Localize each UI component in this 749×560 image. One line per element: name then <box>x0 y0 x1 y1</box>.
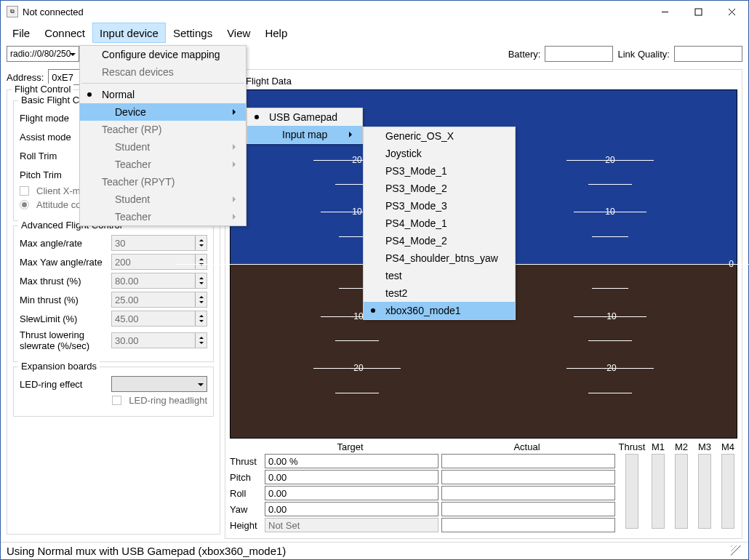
menu-student-2[interactable]: Student <box>80 191 246 208</box>
inputmap-item[interactable]: PS4_Mode_1 <box>364 215 515 232</box>
app-icon: ⧉ <box>7 6 18 17</box>
input-device-menu: Configure device mapping Rescan devices … <box>79 45 247 226</box>
actual-value <box>441 518 615 532</box>
target-value: 0.00 <box>265 486 438 500</box>
menu-teacher-2[interactable]: Teacher <box>80 208 246 225</box>
menu-file[interactable]: File <box>5 23 37 43</box>
battery-label: Battery: <box>508 49 541 60</box>
thrust-lowering-spin[interactable]: 30.00 <box>111 332 207 348</box>
app-window: ⧉ Not connected File Connect Input devic… <box>0 0 749 560</box>
flight-control-title: Flight Control <box>12 84 73 95</box>
motor-bar <box>625 454 638 529</box>
target-actual-panel: TargetActual Thrust0.00 %Pitch0.00Roll0.… <box>230 441 737 534</box>
attitude-control-radio[interactable] <box>20 200 29 209</box>
inputmap-item[interactable]: Generic_OS_X <box>364 127 515 145</box>
row-label: Yaw <box>230 504 262 515</box>
max-angle-spin[interactable]: 30 <box>111 235 207 251</box>
motor-col: M2 <box>672 441 691 529</box>
slew-limit-spin[interactable]: 45.00 <box>111 311 207 327</box>
menu-configure-mapping[interactable]: Configure device mapping <box>80 46 246 63</box>
motor-bars: ThrustM1M2M3M4 <box>620 441 737 529</box>
row-label: Thrust <box>230 456 262 467</box>
menu-normal[interactable]: Normal <box>80 86 246 103</box>
menu-device[interactable]: Device <box>80 103 246 121</box>
maximize-button[interactable] <box>681 1 715 23</box>
motor-bar <box>675 454 688 529</box>
col-actual-header: Actual <box>438 441 615 452</box>
motor-bar <box>652 454 665 529</box>
close-button[interactable] <box>715 1 748 23</box>
motor-label: Thrust <box>619 441 646 452</box>
window-title: Not connected <box>23 7 648 17</box>
resize-grip-icon[interactable] <box>731 545 742 557</box>
menu-student-1[interactable]: Student <box>80 138 246 156</box>
max-thrust-spin[interactable]: 80.00 <box>111 273 207 289</box>
motor-col: M1 <box>649 441 668 529</box>
row-label: Pitch <box>230 472 262 483</box>
inputmap-item[interactable]: PS3_Mode_3 <box>364 197 515 215</box>
menu-rescan-devices[interactable]: Rescan devices <box>80 63 246 81</box>
menu-teacher-1[interactable]: Teacher <box>80 156 246 173</box>
battery-field <box>545 46 613 62</box>
advanced-flight-group: Advanced Flight Control Max angle/rate30… <box>13 225 214 362</box>
inputmap-item[interactable]: test2 <box>364 284 515 302</box>
target-value: 0.00 % <box>265 454 438 468</box>
minimize-button[interactable] <box>648 1 681 23</box>
target-value: 0.00 <box>265 470 438 484</box>
address-combo[interactable]: radio://0/80/250 <box>7 46 79 62</box>
menu-settings[interactable]: Settings <box>166 23 220 43</box>
led-ring-label: LED-ring effect <box>20 379 107 390</box>
inputmap-item[interactable]: test <box>364 267 515 284</box>
actual-value <box>441 454 615 468</box>
inputmap-item[interactable]: PS3_Mode_1 <box>364 162 515 180</box>
menu-teacher-rpyt[interactable]: Teacher (RPYT) <box>80 173 246 191</box>
title-bar: ⧉ Not connected <box>1 1 748 23</box>
motor-label: M3 <box>698 441 711 452</box>
thrust-lowering-label: Thrust loweringslewrate (%/sec) <box>20 329 107 351</box>
input-map-submenu: Generic_OS_XJoystickPS3_Mode_1PS3_Mode_2… <box>363 127 516 320</box>
motor-bar <box>721 454 734 529</box>
expansion-boards-group: Expansion boards LED-ring effect LED-rin… <box>13 367 214 417</box>
inputmap-item[interactable]: xbox360_mode1 <box>364 302 515 319</box>
motor-col: M3 <box>695 441 714 529</box>
inputmap-item[interactable]: PS4_Mode_2 <box>364 232 515 249</box>
device-submenu: USB Gamepad Input map <box>247 108 363 144</box>
target-row: HeightNot Set <box>230 518 615 532</box>
motor-label: M4 <box>721 441 734 452</box>
max-yaw-label: Max Yaw angle/rate <box>20 257 107 268</box>
menu-connect[interactable]: Connect <box>37 23 92 43</box>
inputmap-item[interactable]: Joystick <box>364 145 515 162</box>
row-label: Roll <box>230 488 262 499</box>
target-row: Roll0.00 <box>230 486 615 500</box>
min-thrust-spin[interactable]: 25.00 <box>111 292 207 308</box>
led-ring-combo[interactable] <box>111 376 207 392</box>
actual-value <box>441 486 615 500</box>
target-value: 0.00 <box>265 502 438 516</box>
max-angle-label: Max angle/rate <box>20 238 107 249</box>
client-xmode-check[interactable] <box>20 186 29 196</box>
motor-bar <box>698 454 711 529</box>
svg-rect-1 <box>695 9 702 15</box>
slew-limit-label: SlewLimit (%) <box>20 313 107 324</box>
motor-col: M4 <box>718 441 737 529</box>
menu-help[interactable]: Help <box>257 23 295 43</box>
motor-label: M1 <box>652 441 665 452</box>
max-yaw-spin[interactable]: 200 <box>111 254 207 270</box>
actual-value <box>441 470 615 484</box>
target-row: Thrust0.00 % <box>230 454 615 468</box>
motor-col: Thrust <box>620 441 644 529</box>
led-headlight-label: LED-ring headlight <box>129 395 207 406</box>
menu-view[interactable]: View <box>220 23 257 43</box>
menu-bar: File Connect Input device Settings View … <box>1 23 748 43</box>
menu-input-map[interactable]: Input map <box>247 126 362 143</box>
menu-input-device[interactable]: Input device <box>92 23 166 43</box>
target-row: Yaw0.00 <box>230 502 615 516</box>
link-quality-field <box>674 46 742 62</box>
inputmap-item[interactable]: PS4_shoulder_btns_yaw <box>364 249 515 267</box>
max-thrust-label: Max thrust (%) <box>20 276 107 287</box>
inputmap-item[interactable]: PS3_Mode_2 <box>364 180 515 197</box>
menu-usb-gamepad[interactable]: USB Gamepad <box>247 108 362 126</box>
menu-teacher-rp[interactable]: Teacher (RP) <box>80 121 246 138</box>
led-headlight-check[interactable] <box>112 396 121 405</box>
status-text: Using Normal mux with USB Gamepad (xbox3… <box>7 545 286 557</box>
